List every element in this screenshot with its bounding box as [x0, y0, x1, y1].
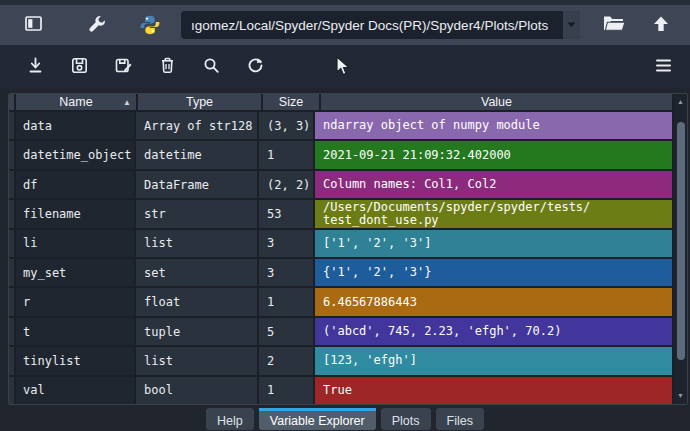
options-menu-button[interactable]	[650, 54, 676, 80]
row-header[interactable]	[9, 318, 16, 345]
scrollbar-thumb[interactable]	[677, 122, 685, 360]
column-header-size-label: Size	[279, 95, 303, 109]
variable-size: 1	[259, 377, 315, 404]
variable-type: bool	[136, 377, 259, 404]
parent-directory-button[interactable]	[652, 15, 670, 36]
working-directory-combobox[interactable]: ıgomez/Local/Spyder/Spyder Docs(PR)/Spyd…	[181, 11, 580, 39]
table-row[interactable]: filenamestr53/Users/Documents/spyder/spy…	[9, 200, 672, 229]
header-corner	[9, 94, 16, 110]
table-header: Name ▲ Type Size Value	[9, 94, 672, 112]
working-directory-path[interactable]: ıgomez/Local/Spyder/Spyder Docs(PR)/Spyd…	[181, 18, 563, 33]
tab-plots[interactable]: Plots	[381, 408, 431, 430]
row-header[interactable]	[9, 200, 16, 227]
sort-ascending-icon: ▲	[123, 98, 131, 107]
variable-size: 3	[259, 230, 315, 257]
search-button[interactable]	[198, 54, 224, 80]
chevron-down-icon	[567, 22, 576, 28]
column-header-type[interactable]: Type	[138, 94, 263, 110]
variable-explorer-panel: Name ▲ Type Size Value dataArray of str1…	[0, 88, 690, 405]
variable-size: 53	[259, 200, 315, 227]
save-data-as-button[interactable]	[110, 54, 136, 80]
variable-name[interactable]: my_set	[16, 259, 136, 286]
row-header[interactable]	[9, 171, 16, 198]
variable-table-body: dataArray of str128(3, 3)ndarray object …	[9, 112, 672, 404]
folder-open-icon	[602, 14, 626, 36]
column-header-value-label: Value	[481, 95, 512, 109]
tab-files[interactable]: Files	[436, 408, 484, 430]
remove-variable-button[interactable]	[154, 54, 180, 80]
variable-type: list	[136, 230, 259, 257]
variable-name[interactable]: li	[16, 230, 136, 257]
import-data-button[interactable]	[22, 54, 48, 80]
variable-size: 2	[259, 347, 315, 374]
variable-name[interactable]: val	[16, 377, 136, 404]
variable-type: float	[136, 288, 259, 315]
variable-table: Name ▲ Type Size Value dataArray of str1…	[9, 94, 672, 404]
tab-help[interactable]: Help	[206, 408, 254, 430]
column-header-size[interactable]: Size	[263, 94, 321, 110]
combobox-dropdown-button[interactable]	[563, 11, 580, 39]
table-row[interactable]: dataArray of str128(3, 3)ndarray object …	[9, 112, 672, 141]
browse-directory-button[interactable]	[602, 14, 626, 36]
window-layout-button[interactable]	[24, 14, 43, 36]
variable-size: 1	[259, 288, 315, 315]
variable-size: 3	[259, 259, 315, 286]
variable-name[interactable]: data	[16, 112, 136, 139]
save-data-icon	[70, 56, 89, 78]
tools-button[interactable]	[87, 14, 107, 37]
variable-value[interactable]: 6.46567886443	[315, 288, 672, 315]
table-row[interactable]: tinylistlist2[123, 'efgh']	[9, 347, 672, 376]
column-header-name[interactable]: Name ▲	[16, 94, 138, 110]
wrench-icon	[87, 14, 107, 37]
tab-variable-explorer[interactable]: Variable Explorer	[259, 408, 376, 430]
python-logo-icon	[139, 14, 161, 36]
variable-value[interactable]: [123, 'efgh']	[315, 347, 672, 374]
variable-name[interactable]: filename	[16, 200, 136, 227]
save-data-button[interactable]	[66, 54, 92, 80]
variable-explorer-toolbar	[0, 45, 690, 88]
scrollbar-up-arrow-icon[interactable]: ▲	[674, 97, 687, 107]
variable-value[interactable]: Column names: Col1, Col2	[315, 171, 672, 198]
variable-name[interactable]: t	[16, 318, 136, 345]
row-header[interactable]	[9, 259, 16, 286]
variable-value[interactable]: {'1', '2', '3'}	[315, 259, 672, 286]
variable-type: datetime	[136, 141, 259, 168]
variable-name[interactable]: df	[16, 171, 136, 198]
variable-table-frame: Name ▲ Type Size Value dataArray of str1…	[8, 93, 688, 405]
variable-type: list	[136, 347, 259, 374]
table-row[interactable]: rfloat16.46567886443	[9, 288, 672, 317]
arrow-up-icon	[652, 15, 670, 36]
vertical-scrollbar[interactable]: ▲ ▼	[672, 94, 687, 404]
table-row[interactable]: lilist3['1', '2', '3']	[9, 230, 672, 259]
row-header[interactable]	[9, 230, 16, 257]
variable-value[interactable]: True	[315, 377, 672, 404]
variable-value[interactable]: ('abcd', 745, 2.23, 'efgh', 70.2)	[315, 318, 672, 345]
variable-value[interactable]: /Users/Documents/spyder/spyder/tests/ te…	[315, 200, 672, 227]
variable-name[interactable]: r	[16, 288, 136, 315]
row-header[interactable]	[9, 112, 16, 139]
variable-size: 1	[259, 141, 315, 168]
row-header[interactable]	[9, 288, 16, 315]
table-row[interactable]: dfDataFrame(2, 2)Column names: Col1, Col…	[9, 171, 672, 200]
main-toolbar: ıgomez/Local/Spyder/Spyder Docs(PR)/Spyd…	[0, 5, 690, 45]
spyder-window: ıgomez/Local/Spyder/Spyder Docs(PR)/Spyd…	[0, 0, 690, 431]
variable-value[interactable]: ['1', '2', '3']	[315, 230, 672, 257]
table-row[interactable]: valbool1True	[9, 377, 672, 404]
variable-name[interactable]: tinylist	[16, 347, 136, 374]
import-data-icon	[26, 56, 45, 78]
variable-value[interactable]: 2021-09-21 21:09:32.402000	[315, 141, 672, 168]
refresh-button[interactable]	[242, 54, 268, 80]
variable-name[interactable]: datetime_object	[16, 141, 136, 168]
row-header[interactable]	[9, 377, 16, 404]
variable-value[interactable]: ndarray object of numpy module	[315, 112, 672, 139]
row-header[interactable]	[9, 141, 16, 168]
scrollbar-down-arrow-icon[interactable]: ▼	[674, 391, 687, 401]
variable-size: (2, 2)	[259, 171, 315, 198]
table-row[interactable]: my_setset3{'1', '2', '3'}	[9, 259, 672, 288]
table-row[interactable]: datetime_objectdatetime12021-09-21 21:09…	[9, 141, 672, 170]
table-row[interactable]: ttuple5('abcd', 745, 2.23, 'efgh', 70.2)	[9, 318, 672, 347]
row-header[interactable]	[9, 347, 16, 374]
variable-type: tuple	[136, 318, 259, 345]
save-data-as-icon	[114, 56, 133, 78]
column-header-value[interactable]: Value	[321, 94, 672, 110]
